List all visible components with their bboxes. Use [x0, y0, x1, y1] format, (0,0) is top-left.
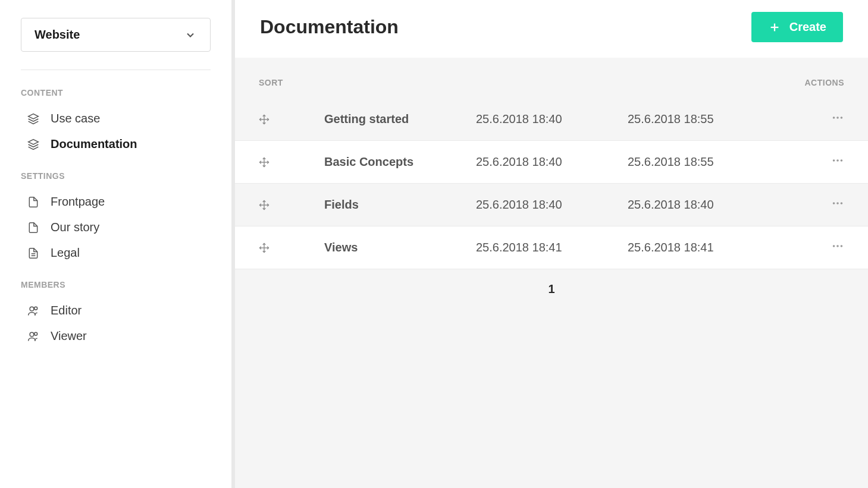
page-icon: [27, 196, 40, 209]
users-icon: [27, 330, 40, 343]
svg-point-18: [836, 159, 839, 162]
sidebar-divider: [21, 70, 211, 70]
page-icon: [27, 221, 40, 234]
row-actions-button[interactable]: [831, 154, 844, 167]
row-title: Getting started: [324, 112, 476, 126]
table-row[interactable]: Getting started25.6.2018 18:4025.6.2018 …: [235, 98, 868, 141]
svg-marker-1: [29, 139, 39, 144]
svg-point-12: [833, 117, 835, 119]
sidebar-item-viewer[interactable]: Viewer: [21, 323, 211, 349]
row-updated: 25.6.2018 18:55: [628, 112, 779, 126]
layers-icon: [27, 138, 40, 151]
row-created: 25.6.2018 18:41: [476, 241, 628, 254]
drag-handle-icon[interactable]: [259, 157, 270, 168]
sidebar-item-label: Viewer: [51, 329, 87, 343]
svg-point-14: [841, 117, 843, 119]
row-actions-button[interactable]: [831, 197, 844, 210]
sidebar-item-frontpage[interactable]: Frontpage: [21, 189, 211, 215]
sidebar-item-documentation[interactable]: Documentation: [21, 131, 211, 157]
row-title: Views: [324, 241, 476, 254]
sidebar-item-our-story[interactable]: Our story: [21, 215, 211, 240]
svg-point-7: [35, 332, 37, 335]
chevron-down-icon: [184, 29, 197, 42]
create-button[interactable]: Create: [751, 12, 843, 42]
sidebar-item-label: Editor: [51, 304, 82, 317]
section-label-members: MEMBERS: [21, 280, 211, 289]
sidebar-item-editor[interactable]: Editor: [21, 298, 211, 323]
section-label-settings: SETTINGS: [21, 171, 211, 181]
drag-handle-icon[interactable]: [259, 114, 270, 125]
section-label-content: CONTENT: [21, 88, 211, 97]
row-title: Basic Concepts: [324, 155, 476, 169]
svg-point-24: [841, 202, 843, 204]
row-title: Fields: [324, 198, 476, 212]
project-select-label: Website: [35, 28, 80, 42]
sidebar-item-label: Use case: [51, 112, 100, 125]
row-created: 25.6.2018 18:40: [476, 155, 628, 169]
nav-section-settings: SETTINGS Frontpage Our story Legal: [21, 171, 211, 266]
sidebar-item-use-case[interactable]: Use case: [21, 106, 211, 131]
layers-icon: [27, 112, 40, 125]
table-row[interactable]: Views25.6.2018 18:4125.6.2018 18:41: [235, 226, 868, 269]
page-header: Documentation Create: [235, 0, 868, 58]
sidebar-item-legal[interactable]: Legal: [21, 240, 211, 266]
row-updated: 25.6.2018 18:55: [628, 155, 779, 169]
table-header: SORT ACTIONS: [235, 58, 868, 98]
table-row[interactable]: Basic Concepts25.6.2018 18:4025.6.2018 1…: [235, 141, 868, 184]
project-select[interactable]: Website: [21, 18, 211, 52]
row-actions-button[interactable]: [831, 111, 844, 124]
doc-icon: [27, 247, 40, 260]
svg-point-19: [841, 159, 843, 162]
page-title: Documentation: [260, 16, 399, 38]
nav-section-content: CONTENT Use case Documentation: [21, 88, 211, 157]
svg-point-28: [836, 245, 839, 247]
svg-point-22: [833, 202, 835, 204]
create-button-label: Create: [789, 20, 826, 34]
pagination-page[interactable]: 1: [548, 282, 554, 295]
svg-point-27: [833, 245, 835, 247]
svg-point-13: [836, 117, 839, 119]
content-table: SORT ACTIONS Getting started25.6.2018 18…: [235, 58, 868, 488]
svg-point-17: [833, 159, 835, 162]
svg-point-6: [30, 332, 34, 336]
sidebar-item-label: Legal: [51, 246, 80, 260]
column-header-sort: SORT: [259, 78, 324, 87]
svg-marker-0: [29, 114, 39, 118]
svg-point-5: [35, 307, 37, 310]
row-created: 25.6.2018 18:40: [476, 112, 628, 126]
drag-handle-icon[interactable]: [259, 200, 270, 210]
row-actions-button[interactable]: [831, 240, 844, 253]
main-content: Documentation Create SORT ACTIONS Gettin…: [235, 0, 868, 488]
pagination: 1: [235, 269, 868, 309]
svg-point-23: [836, 202, 839, 204]
row-updated: 25.6.2018 18:40: [628, 198, 779, 212]
drag-handle-icon[interactable]: [259, 243, 270, 253]
svg-point-29: [841, 245, 843, 247]
sidebar-item-label: Documentation: [51, 137, 137, 151]
sidebar: Website CONTENT Use case Documentation S…: [0, 0, 235, 488]
row-created: 25.6.2018 18:40: [476, 198, 628, 212]
sidebar-item-label: Our story: [51, 221, 99, 234]
table-row[interactable]: Fields25.6.2018 18:4025.6.2018 18:40: [235, 184, 868, 226]
sidebar-item-label: Frontpage: [51, 195, 105, 209]
nav-section-members: MEMBERS Editor Viewer: [21, 280, 211, 349]
row-updated: 25.6.2018 18:41: [628, 241, 779, 254]
users-icon: [27, 304, 40, 317]
column-header-actions: ACTIONS: [779, 78, 844, 87]
plus-icon: [768, 21, 781, 34]
svg-point-4: [30, 307, 34, 311]
